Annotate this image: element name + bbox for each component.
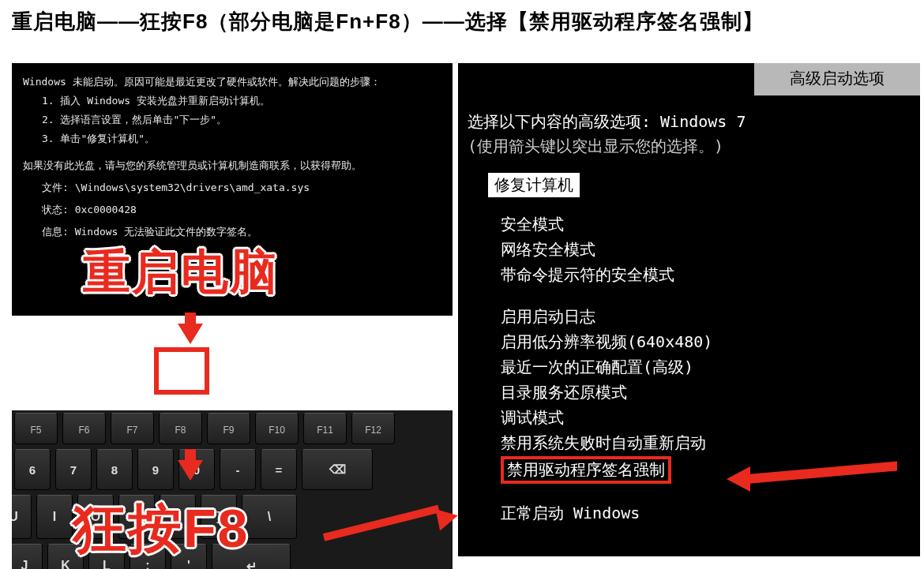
key-u: U [12, 495, 32, 539]
option-disable-auto-restart[interactable]: 禁用系统失败时自动重新启动 [501, 431, 911, 455]
option-dsrm[interactable]: 目录服务还原模式 [501, 380, 911, 405]
file-value: \Windows\system32\drivers\amd_xata.sys [75, 182, 310, 193]
option-start-normally[interactable]: 正常启动 Windows [468, 501, 911, 526]
page-title: 重启电脑——狂按F8（部分电脑是Fn+F8）——选择【禁用驱动程序签名强制】 [0, 0, 924, 43]
key-6: 6 [14, 449, 51, 490]
error-note: 如果没有此光盘，请与您的系统管理员或计算机制造商联系，以获得帮助。 [23, 156, 441, 175]
error-intro: Windows 未能启动。原因可能是最近更改了硬件或软件。解决此问题的步骤： [23, 73, 441, 92]
key-f12: F12 [351, 413, 395, 444]
key-9: 9 [137, 449, 174, 490]
info-label: 信息: [42, 226, 69, 238]
boot-options-group1: 安全模式 网络安全模式 带命令提示符的安全模式 [468, 212, 911, 287]
repair-computer-option[interactable]: 修复计算机 [488, 173, 580, 197]
arrow-right-icon [324, 511, 458, 543]
error-step-1: 1. 插入 Windows 安装光盘并重新启动计算机。 [23, 92, 441, 110]
key-f6: F6 [62, 413, 106, 444]
error-step-3: 3. 单击"修复计算机"。 [23, 129, 441, 148]
arrow-down-icon [178, 324, 203, 344]
hint-line: (使用箭头键以突出显示您的选择。) [468, 134, 911, 159]
option-safe-mode[interactable]: 安全模式 [501, 212, 911, 237]
option-boot-logging[interactable]: 启用启动日志 [501, 305, 911, 329]
status-value: 0xc0000428 [75, 204, 137, 215]
option-safe-mode-network[interactable]: 网络安全模式 [501, 238, 911, 262]
error-info: 信息: Windows 无法验证此文件的数字签名。 [23, 223, 441, 241]
choose-line: 选择以下内容的高级选项: Windows 7 [468, 110, 911, 134]
key-f8: F8 [159, 413, 202, 444]
file-label: 文件: [42, 182, 69, 193]
error-step-2: 2. 选择语言设置，然后单击"下一步"。 [23, 110, 441, 129]
key-j: J [12, 544, 43, 569]
label-press-f8: 狂按F8 [73, 493, 249, 565]
boot-options-header: 高级启动选项 [754, 63, 920, 95]
key-f7: F7 [111, 413, 154, 444]
keyboard-num-row: 6 7 8 9 0 - = ⌫ [12, 447, 453, 492]
option-disable-driver-sig[interactable]: 禁用驱动程序签名强制 [501, 456, 671, 484]
key-f10: F10 [255, 413, 299, 444]
label-restart: 重启电脑 [83, 241, 279, 305]
key-f11: F11 [303, 413, 347, 444]
arrow-left-icon [727, 462, 900, 496]
info-value: Windows 无法验证此文件的数字签名。 [75, 226, 258, 238]
key-f9: F9 [207, 413, 250, 444]
key-backslash: \ [242, 495, 297, 539]
key-backspace: ⌫ [302, 449, 373, 490]
key-8: 8 [96, 449, 133, 490]
boot-options-group2: 启用启动日志 启用低分辨率视频(640x480) 最近一次的正确配置(高级) 目… [468, 305, 911, 484]
status-label: 状态: [42, 204, 69, 215]
error-status: 状态: 0xc0000428 [23, 200, 441, 219]
key-minus: - [220, 449, 256, 490]
keyboard-fn-row: F5 F6 F7 F8 F9 F10 F11 F12 [12, 410, 453, 447]
key-equals: = [261, 449, 297, 490]
key-i: I [36, 495, 73, 539]
option-safe-mode-cmd[interactable]: 带命令提示符的安全模式 [501, 263, 911, 287]
option-low-res[interactable]: 启用低分辨率视频(640x480) [501, 330, 911, 354]
f8-key-highlight-box [154, 347, 209, 395]
option-last-known-good[interactable]: 最近一次的正确配置(高级) [501, 355, 911, 380]
arrow-down-icon [178, 460, 203, 481]
key-f5: F5 [14, 413, 58, 444]
error-file: 文件: \Windows\system32\drivers\amd_xata.s… [23, 178, 441, 197]
key-7: 7 [55, 449, 92, 490]
option-debug[interactable]: 调试模式 [501, 406, 911, 430]
